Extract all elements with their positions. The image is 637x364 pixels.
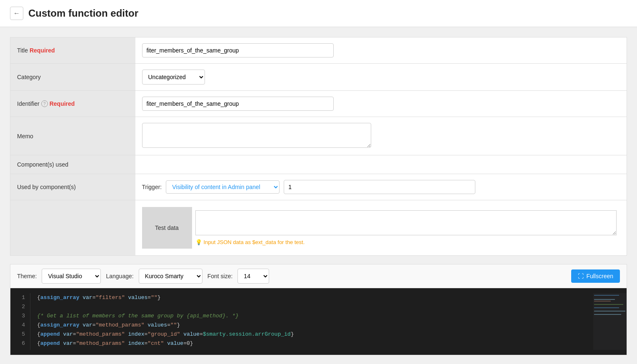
identifier-input[interactable] <box>142 97 334 111</box>
code-line-4: {assign_array var="method_params" values… <box>37 321 587 330</box>
components-used-label-cell: Component(s) used <box>10 155 135 174</box>
main-content: Title Required Category Uncategorized <box>0 27 637 364</box>
line-num-5: 5 <box>15 330 25 339</box>
identifier-info-icon[interactable]: ? <box>41 100 48 107</box>
identifier-required-badge: Required <box>50 100 75 107</box>
category-label-cell: Category <box>10 64 135 91</box>
theme-label: Theme: <box>17 273 37 279</box>
code-line-2 <box>37 302 587 312</box>
test-data-hint: 💡 Input JSON data as $ext_data for the t… <box>195 239 617 245</box>
line-num-6: 6 <box>15 339 25 348</box>
memo-textarea[interactable] <box>142 123 371 148</box>
test-data-value-cell: Test data 💡 Input JSON data as $ext_data… <box>135 200 627 256</box>
code-content: {assign_array var="filters" values=""} {… <box>30 293 593 350</box>
svg-rect-5 <box>594 311 625 312</box>
memo-value-cell <box>135 117 627 155</box>
language-label: Language: <box>106 273 133 279</box>
used-by-value-cell: Trigger: Visibility of content in Admin … <box>135 174 627 200</box>
line-num-4: 4 <box>15 321 25 330</box>
title-required-badge: Required <box>30 47 55 54</box>
line-numbers: 1 2 3 4 5 6 <box>10 293 30 350</box>
code-minimap <box>593 293 627 350</box>
memo-label-cell: Memo <box>10 117 135 155</box>
fontsize-select[interactable]: 14 <box>237 269 269 284</box>
trigger-number-input[interactable] <box>284 180 475 194</box>
memo-row: Memo <box>10 117 627 155</box>
fontsize-label: Font size: <box>207 273 233 279</box>
code-line-1: {assign_array var="filters" values=""} <box>37 293 587 302</box>
identifier-row: Identifier ? Required <box>10 91 627 117</box>
code-line-3: {* Get a list of members of the same gro… <box>37 312 587 321</box>
back-icon: ← <box>13 10 20 17</box>
title-row: Title Required <box>10 37 627 64</box>
editor-toolbar: Theme: Visual Studio Language: Kuroco Sm… <box>10 264 627 288</box>
title-value-cell <box>135 37 627 64</box>
code-line-5: {append var="method_params" index="group… <box>37 330 587 339</box>
identifier-label-cell: Identifier ? Required <box>10 91 135 117</box>
trigger-label: Trigger: <box>142 184 162 190</box>
fullscreen-button[interactable]: ⛶ Fullscreen <box>571 269 620 283</box>
components-used-label: Component(s) used <box>17 161 68 168</box>
editor-section: Theme: Visual Studio Language: Kuroco Sm… <box>10 264 627 355</box>
expand-icon: ⛶ <box>578 273 584 279</box>
test-data-inner: Test data 💡 Input JSON data as $ext_data… <box>142 207 620 249</box>
back-button[interactable]: ← <box>10 7 23 20</box>
components-used-row: Component(s) used <box>10 155 627 174</box>
test-data-textarea[interactable] <box>195 210 617 235</box>
test-data-row: Test data 💡 Input JSON data as $ext_data… <box>10 200 627 256</box>
code-line-6: {append var="method_params" index="cnt" … <box>37 339 587 348</box>
title-label-cell: Title Required <box>10 37 135 64</box>
svg-rect-6 <box>594 314 621 315</box>
page-header: ← Custom function editor <box>0 0 637 27</box>
code-area: 1 2 3 4 5 6 {assign_array var="filters" … <box>10 288 627 355</box>
line-num-3: 3 <box>15 312 25 321</box>
trigger-select[interactable]: Visibility of content in Admin panel <box>166 180 280 194</box>
svg-rect-1 <box>594 299 615 300</box>
title-input[interactable] <box>142 43 334 57</box>
test-data-content: 💡 Input JSON data as $ext_data for the t… <box>192 207 620 249</box>
svg-rect-3 <box>594 304 623 305</box>
language-select[interactable]: Kuroco Smarty <box>139 269 202 284</box>
memo-label: Memo <box>17 133 33 140</box>
svg-rect-4 <box>594 307 619 308</box>
used-by-row: Used by component(s) Trigger: Visibility… <box>10 174 627 200</box>
trigger-row: Trigger: Visibility of content in Admin … <box>142 180 620 194</box>
identifier-value-cell <box>135 91 627 117</box>
test-data-hint-text: Input JSON data as $ext_data for the tes… <box>204 239 305 245</box>
category-value-cell: Uncategorized <box>135 64 627 91</box>
svg-rect-2 <box>594 301 611 302</box>
fullscreen-label: Fullscreen <box>586 273 613 279</box>
identifier-label: Identifier <box>17 100 40 107</box>
components-used-value-cell <box>135 155 627 174</box>
theme-select[interactable]: Visual Studio <box>42 269 101 284</box>
page-title: Custom function editor <box>28 7 138 19</box>
svg-rect-0 <box>594 295 619 296</box>
form-table: Title Required Category Uncategorized <box>10 37 627 256</box>
test-data-label: Test data <box>142 207 192 249</box>
title-label: Title <box>17 47 28 54</box>
test-data-empty-cell <box>10 200 135 256</box>
category-label: Category <box>17 74 41 80</box>
line-num-1: 1 <box>15 293 25 302</box>
used-by-label: Used by component(s) <box>17 184 76 190</box>
category-select[interactable]: Uncategorized <box>142 70 205 85</box>
used-by-label-cell: Used by component(s) <box>10 174 135 200</box>
category-row: Category Uncategorized <box>10 64 627 91</box>
bulb-icon: 💡 <box>195 239 202 245</box>
line-num-2: 2 <box>15 302 25 312</box>
